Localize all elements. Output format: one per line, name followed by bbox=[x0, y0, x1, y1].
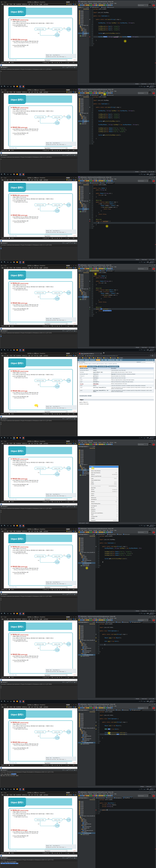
javadoc-nav-class[interactable]: CLASS bbox=[96, 359, 101, 361]
minimize-panel-icon[interactable]: ▁ bbox=[93, 622, 93, 623]
menu-search[interactable]: Search bbox=[99, 266, 102, 267]
login-button[interactable]: 로그인 bbox=[66, 441, 70, 442]
toolbar-icon-21[interactable] bbox=[111, 180, 113, 181]
undo-icon[interactable]: ↶ bbox=[2, 353, 3, 354]
menu-refactor[interactable]: Refactor bbox=[88, 91, 92, 92]
view-button-1[interactable]: ▦ bbox=[57, 238, 57, 239]
menu-source[interactable]: Source bbox=[84, 179, 87, 180]
explorer-tool-icon-1[interactable] bbox=[85, 272, 86, 273]
console-window-minimize-button[interactable]: ─ bbox=[72, 767, 73, 768]
fit-slide-button[interactable]: ⛶ bbox=[76, 325, 76, 327]
toolbar-icon-3[interactable] bbox=[83, 4, 84, 6]
javadoc-nav-module[interactable]: MODULE bbox=[85, 360, 89, 361]
slide-result-close-icon[interactable]: ✕ bbox=[66, 323, 67, 324]
zoom-slider[interactable]: ──────▬── bbox=[65, 413, 70, 414]
tree-item-chap05[interactable]: ▸chap05 bbox=[78, 630, 95, 632]
ppt-ribbon-tab-슬라이드 쇼[interactable]: 슬라이드 쇼 bbox=[22, 355, 27, 356]
toolbar-icon-20[interactable] bbox=[110, 444, 111, 445]
taskbar-firefox-icon[interactable] bbox=[15, 524, 19, 527]
console-tab[interactable]: Console ✕ bbox=[2, 155, 7, 156]
toolbar-icon-6[interactable] bbox=[88, 4, 89, 6]
tree-item-chap01[interactable]: ▸chap01 bbox=[78, 450, 95, 451]
zoom-out-button[interactable]: – bbox=[63, 62, 64, 63]
eclipse-minimize-button[interactable]: ─ bbox=[149, 177, 151, 178]
tree-item-chap11[interactable]: ▾chap11 bbox=[78, 287, 89, 288]
ppt-ribbon-tab-추가 기능[interactable]: 추가 기능 bbox=[34, 530, 38, 532]
ppt-ribbon-tab-디자인[interactable]: 디자인 bbox=[9, 794, 12, 796]
toolbar-icon-8[interactable] bbox=[91, 619, 92, 621]
tree-item-Member.java[interactable]: JMember.java bbox=[78, 739, 95, 741]
chrome-maximize-button[interactable]: ▢ bbox=[152, 353, 153, 354]
taskbar-start-icon[interactable]: ⊞ bbox=[0, 524, 3, 527]
share-button[interactable]: 👤 공유 bbox=[73, 3, 76, 5]
console-tool-icon-4[interactable]: 🗗 bbox=[68, 682, 69, 683]
toolbar-icon-6[interactable] bbox=[88, 532, 89, 533]
javadoc-nav-overview[interactable]: OVERVIEW bbox=[79, 360, 84, 361]
toolbar-icon-3[interactable] bbox=[83, 707, 84, 709]
eclipse-minimize-button[interactable]: ─ bbox=[149, 616, 151, 617]
view-button-2[interactable]: ▥ bbox=[59, 852, 60, 854]
maximize-panel-icon[interactable]: ▢ bbox=[94, 710, 95, 711]
eclipse-close-button[interactable]: ✕ bbox=[154, 177, 155, 178]
console-tool-icon-6[interactable]: ⇲ bbox=[71, 155, 72, 156]
toolbar-icon-14[interactable] bbox=[101, 4, 102, 6]
tree-item-module-info.java[interactable]: module-info.java bbox=[78, 655, 95, 657]
console-tool-icon-7[interactable]: ⇱ bbox=[73, 330, 74, 332]
chrome-minimize-button[interactable]: ─ bbox=[151, 353, 151, 354]
spellcheck-icon[interactable]: 📖 bbox=[9, 326, 10, 327]
toolbar-icon-18[interactable] bbox=[107, 268, 108, 269]
ppt-ribbon-tab-홈[interactable]: 홈 bbox=[4, 91, 5, 93]
view-button-2[interactable]: ▥ bbox=[59, 765, 60, 766]
tree-item-chap03[interactable]: ▸chap03 bbox=[78, 716, 95, 717]
slide-result-close-icon[interactable]: ✕ bbox=[66, 411, 67, 412]
tree-item-exam01[interactable]: ▸exam01 bbox=[78, 556, 95, 557]
tree-item-JRE System Li[interactable]: ▸JRE System Li bbox=[78, 464, 95, 465]
toolbar-icon-4[interactable] bbox=[85, 444, 86, 445]
slideshow-icon[interactable]: ▶ bbox=[5, 177, 5, 178]
overview-ruler[interactable] bbox=[155, 535, 156, 610]
toolbar-icon-11[interactable] bbox=[96, 92, 97, 94]
ppt-close-button[interactable]: ✕ bbox=[75, 1, 77, 3]
tree-item-KeyExa[interactable]: JKeyExa bbox=[78, 296, 89, 298]
tray-display-icon[interactable]: 🖵 bbox=[142, 789, 143, 790]
taskbar-search-icon[interactable]: 🔍 bbox=[3, 524, 6, 527]
forward-icon[interactable]: → bbox=[80, 355, 82, 356]
menu-refactor[interactable]: Refactor bbox=[88, 618, 92, 619]
ppt-ribbon-tab-애니메이션[interactable]: 애니메이션 bbox=[16, 706, 21, 708]
slideshow-icon[interactable]: ▶ bbox=[5, 792, 5, 793]
ppt-ribbon-tab-검토[interactable]: 검토 bbox=[28, 3, 30, 5]
taskbar-firefox-icon[interactable] bbox=[15, 700, 19, 703]
context-menu-item-coverage-as[interactable]: ▪Coverage As▸ bbox=[89, 505, 118, 507]
tree-item-chap01[interactable]: ▸chap01 bbox=[78, 713, 95, 714]
console-window-maximize-button[interactable]: □ bbox=[73, 65, 75, 66]
ppt-ribbon-tab-추가 기능[interactable]: 추가 기능 bbox=[34, 706, 38, 708]
tree-item-exam04[interactable]: ▾exam04 bbox=[78, 741, 95, 742]
redo-icon[interactable]: ↷ bbox=[4, 704, 4, 705]
fit-slide-button[interactable]: ⛶ bbox=[76, 852, 76, 854]
menu-window[interactable]: Window bbox=[110, 179, 113, 180]
tray-chevron-icon[interactable]: ∧ bbox=[139, 525, 140, 526]
ppt-ribbon-tab-도움말[interactable]: 도움말 bbox=[39, 179, 42, 181]
context-menu-item-restore-from-local-history---[interactable]: Restore from Local History... bbox=[89, 512, 118, 514]
javadoc-nav-index[interactable]: INDEX bbox=[116, 360, 119, 361]
console-tool-icon-5[interactable]: 🗗 bbox=[70, 330, 71, 332]
tree-item-chap08[interactable]: ▸chap08 bbox=[78, 20, 89, 21]
tray-mic-icon[interactable]: 🎤 bbox=[141, 613, 142, 614]
view-button-3[interactable]: 🗖 bbox=[61, 326, 62, 327]
tray-volume-icon[interactable]: 🔉 bbox=[144, 261, 145, 262]
toolbar-icon-20[interactable] bbox=[110, 707, 111, 709]
ppt-ribbon-tab-애니메이션[interactable]: 애니메이션 bbox=[16, 443, 21, 444]
editor-tab-Key.java[interactable]: JKey.java bbox=[100, 94, 106, 96]
bookmark-드론[interactable]: 드론 bbox=[93, 357, 96, 359]
console-tool-icon-2[interactable]: ⚏ bbox=[65, 682, 66, 683]
toolbar-icon-7[interactable] bbox=[89, 180, 91, 181]
toolbar-icon-12[interactable] bbox=[97, 180, 99, 181]
tree-item-chap11[interactable]: ▾chap11 bbox=[78, 814, 95, 815]
taskbar-search-icon[interactable]: 🔍 bbox=[3, 612, 6, 615]
tree-item-JRE System Libr[interactable]: ▸JRE System Libr bbox=[78, 113, 89, 114]
toolbar-icon-11[interactable] bbox=[96, 532, 97, 533]
taskbar-taskview-icon[interactable]: ▭ bbox=[6, 261, 9, 264]
context-menu-item-import---[interactable]: ▪Import... bbox=[89, 493, 118, 495]
toolbar-icon-10[interactable] bbox=[94, 707, 95, 709]
editor-tab-Key.java[interactable]: JKey.java bbox=[99, 270, 105, 272]
